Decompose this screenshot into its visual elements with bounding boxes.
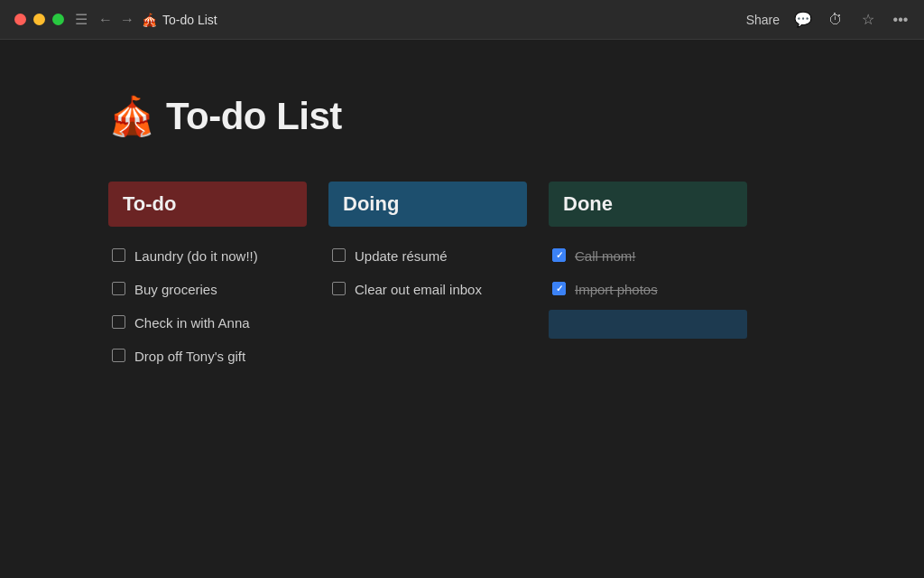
more-options-icon[interactable]: ••• bbox=[892, 11, 910, 29]
list-item[interactable]: Import photos bbox=[549, 275, 747, 304]
task-checkbox[interactable] bbox=[112, 315, 125, 329]
window-title-area: 🎪 To-do List bbox=[142, 13, 217, 27]
kanban-board: To-doLaundry (do it now!!)Buy groceriesC… bbox=[108, 182, 816, 371]
close-button[interactable] bbox=[14, 14, 26, 25]
column-todo: To-doLaundry (do it now!!)Buy groceriesC… bbox=[108, 182, 307, 371]
new-item-input-bar[interactable] bbox=[549, 310, 747, 339]
task-label: Update résumé bbox=[355, 247, 448, 266]
column-items-done: Call mom!Import photos bbox=[549, 241, 747, 304]
window-title: To-do List bbox=[162, 13, 217, 27]
list-item[interactable]: Call mom! bbox=[549, 241, 747, 271]
task-label: Buy groceries bbox=[134, 280, 217, 299]
column-done: DoneCall mom!Import photos bbox=[549, 182, 747, 339]
column-header-todo: To-do bbox=[108, 182, 307, 227]
star-icon[interactable]: ☆ bbox=[859, 11, 877, 29]
task-label: Laundry (do it now!!) bbox=[134, 247, 258, 266]
clock-icon[interactable]: ⏱ bbox=[827, 11, 845, 29]
comment-icon[interactable]: 💬 bbox=[794, 11, 812, 29]
column-items-doing: Update résuméClear out email inbox bbox=[328, 241, 527, 304]
column-doing: DoingUpdate résuméClear out email inbox bbox=[328, 182, 527, 304]
main-content: 🎪 To-do List To-doLaundry (do it now!!)B… bbox=[0, 40, 924, 578]
task-label: Clear out email inbox bbox=[355, 280, 482, 299]
share-button[interactable]: Share bbox=[746, 13, 780, 27]
column-items-todo: Laundry (do it now!!)Buy groceriesCheck … bbox=[108, 241, 307, 371]
column-header-doing: Doing bbox=[328, 182, 527, 227]
list-item[interactable]: Drop off Tony's gift bbox=[108, 341, 307, 371]
task-label: Check in with Anna bbox=[134, 313, 250, 332]
task-label: Import photos bbox=[575, 280, 658, 299]
list-item[interactable]: Buy groceries bbox=[108, 275, 307, 304]
back-arrow-icon[interactable]: ← bbox=[98, 12, 113, 28]
task-checkbox[interactable] bbox=[112, 349, 125, 362]
task-checkbox[interactable] bbox=[552, 282, 566, 295]
minimize-button[interactable] bbox=[33, 14, 45, 25]
page-title: To-do List bbox=[166, 95, 342, 138]
task-checkbox[interactable] bbox=[332, 282, 346, 295]
titlebar: ☰ ← → 🎪 To-do List Share 💬 ⏱ ☆ ••• bbox=[0, 0, 924, 40]
maximize-button[interactable] bbox=[52, 14, 64, 25]
task-checkbox[interactable] bbox=[552, 248, 566, 262]
list-item[interactable]: Laundry (do it now!!) bbox=[108, 241, 307, 271]
task-label: Call mom! bbox=[575, 247, 636, 266]
nav-arrows: ← → bbox=[98, 12, 134, 28]
titlebar-actions: Share 💬 ⏱ ☆ ••• bbox=[746, 11, 910, 29]
list-item[interactable]: Update résumé bbox=[328, 241, 527, 271]
list-item[interactable]: Check in with Anna bbox=[108, 308, 307, 338]
task-label: Drop off Tony's gift bbox=[134, 347, 245, 366]
hamburger-icon[interactable]: ☰ bbox=[75, 11, 88, 28]
column-header-done: Done bbox=[549, 182, 747, 227]
forward-arrow-icon[interactable]: → bbox=[120, 12, 134, 28]
traffic-lights bbox=[14, 14, 64, 25]
task-checkbox[interactable] bbox=[332, 248, 346, 262]
list-item[interactable]: Clear out email inbox bbox=[328, 275, 527, 304]
page-title-area: 🎪 To-do List bbox=[108, 94, 816, 138]
task-checkbox[interactable] bbox=[112, 282, 125, 295]
page-title-emoji: 🎪 bbox=[108, 94, 155, 138]
page-emoji: 🎪 bbox=[142, 13, 157, 27]
task-checkbox[interactable] bbox=[112, 248, 125, 262]
